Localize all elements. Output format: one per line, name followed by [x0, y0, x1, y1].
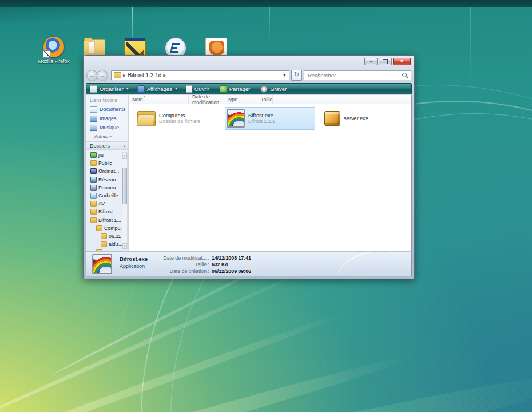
property-label: Date de création :	[155, 268, 209, 274]
favorite-link-icon	[90, 116, 97, 122]
file-icon	[137, 111, 156, 126]
search-icon[interactable]	[402, 72, 408, 79]
command-toolbar: Organiser ▼ Affichages ▼ Ouvrir	[86, 83, 412, 94]
tree-item-icon	[90, 209, 97, 215]
property-value: 14/12/2008 17:41	[212, 255, 251, 261]
desktop-icon[interactable]: Mozilla Firefox	[41, 37, 66, 64]
favorite-link-label: Musique	[100, 125, 119, 130]
toolbar-button-icon	[90, 85, 97, 93]
chevron-icon: ∨	[123, 144, 126, 148]
property-row: Date de création : 06/12/2009 09:06	[155, 268, 251, 275]
column-header[interactable]: Date de modification	[189, 95, 223, 104]
column-header-label: Taille	[261, 97, 272, 102]
navigation-buttons: ← →	[86, 70, 108, 81]
tree-item-label: jiu	[98, 152, 104, 158]
selected-file-icon	[92, 254, 112, 274]
desktop: Mozilla Firefox	[0, 0, 532, 412]
toolbar-button-icon	[186, 85, 192, 93]
maximize-icon	[383, 59, 388, 64]
desktop-icon-image[interactable]	[43, 37, 64, 57]
back-icon: ←	[89, 72, 96, 78]
window-controls: – ×	[364, 58, 411, 65]
wallpaper-streak	[269, 7, 270, 41]
selected-file-kind: Application	[120, 263, 145, 269]
toolbar-button[interactable]: Ouvrir	[186, 85, 212, 93]
toolbar-button-label: Ouvrir	[194, 86, 209, 92]
folders-band-label: Dossiers	[90, 143, 110, 149]
toolbar-button[interactable]: Graver	[260, 85, 289, 93]
favorite-link-label: Images	[100, 116, 117, 121]
tree-item-label: Public	[98, 160, 112, 166]
column-header-label: Nom	[132, 97, 143, 102]
tree-item-icon	[101, 241, 107, 247]
tree-item-label: Ordinat...	[98, 168, 119, 174]
favorite-link-icon	[90, 125, 97, 131]
toolbar-button[interactable]: Affichages ▼	[137, 85, 178, 93]
refresh-icon: ↻	[294, 71, 299, 78]
tree-item-label: Corbeille	[98, 193, 118, 199]
more-links[interactable]: Autres »	[86, 132, 128, 141]
scroll-down-icon[interactable]: ▼	[122, 243, 127, 249]
property-value: 06/12/2009 09:06	[212, 268, 251, 274]
tree-item-icon	[90, 177, 97, 183]
tree-item-icon	[90, 217, 97, 223]
breadcrumb-separator[interactable]: ▶	[163, 73, 166, 78]
toolbar-button-icon	[220, 85, 227, 93]
forward-button[interactable]: →	[97, 70, 108, 81]
tree-item-label: captur...	[104, 249, 122, 251]
scroll-up-icon[interactable]: ▲	[122, 153, 127, 159]
window-content: Liens favoris Documents Images	[86, 95, 412, 251]
toolbar-button-label: Graver	[270, 86, 287, 92]
tree-item-label: 06.11	[109, 233, 121, 239]
toolbar-button[interactable]: Organiser ▼	[90, 85, 129, 93]
tree-item-label: Bifrost	[98, 209, 113, 215]
breadcrumb-separator: ▶	[123, 73, 126, 78]
details-pane-decoration	[333, 251, 410, 276]
tree-scrollbar[interactable]: ▲ ▼	[122, 152, 128, 249]
tree-item-icon	[90, 168, 97, 174]
favorite-link[interactable]: Documents	[86, 105, 128, 114]
property-label: Taille :	[155, 262, 209, 267]
back-button[interactable]: ←	[86, 70, 98, 81]
title-bar[interactable]: – ×	[84, 56, 414, 69]
search-input[interactable]	[307, 72, 402, 79]
minimize-button[interactable]: –	[364, 58, 378, 65]
details-pane: Bifrost.exe Application Date de modifica…	[86, 251, 412, 276]
file-name: server.exe	[344, 116, 368, 121]
wallpaper-streak	[470, 7, 471, 93]
wallpaper-top-band	[0, 0, 532, 7]
favorite-link-icon	[90, 106, 97, 113]
address-bar[interactable]: ▶ Bifrost 1.2.1d ▶ ▼	[111, 70, 289, 80]
file-tile[interactable]: Computers Dossier de fichiers	[136, 107, 221, 130]
search-box[interactable]	[304, 70, 411, 80]
tree-item-icon	[96, 249, 102, 251]
scrollbar-thumb[interactable]	[122, 168, 127, 204]
maximize-button[interactable]	[379, 58, 392, 65]
favorite-link[interactable]: Images	[86, 114, 128, 123]
breadcrumb-path-item[interactable]: Bifrost 1.2.1d	[128, 72, 161, 78]
file-name: Computers	[159, 113, 200, 118]
minimize-icon: –	[370, 59, 372, 64]
column-header[interactable]: Taille	[257, 95, 273, 104]
desktop-icon-label: Mozilla Firefox	[38, 58, 70, 64]
refresh-button[interactable]: ↻	[291, 70, 302, 81]
favorite-link[interactable]: Musique	[86, 123, 128, 132]
file-tile[interactable]: Bifrost.exe Bifrost 1.2.1	[225, 107, 315, 130]
close-button[interactable]: ×	[393, 58, 411, 65]
close-icon: ×	[400, 59, 403, 64]
tree-item-label: aid.r...	[109, 241, 122, 247]
forward-icon: →	[100, 72, 106, 78]
toolbar-button-label: Affichages	[147, 86, 172, 92]
address-dropdown-icon[interactable]: ▼	[283, 73, 287, 77]
folders-band[interactable]: Dossiers ∨	[86, 141, 128, 150]
favorite-links: Documents Images Musique	[86, 105, 128, 132]
favorite-links-title: Liens favoris	[86, 95, 128, 105]
column-header[interactable]: Nom ▴	[129, 95, 189, 104]
tree-item-icon	[90, 152, 97, 158]
column-header[interactable]: Type	[223, 95, 257, 104]
column-header-label: Date de modification	[192, 95, 223, 105]
tree-item-icon	[101, 233, 107, 239]
toolbar-button[interactable]: Partager	[220, 85, 252, 93]
file-tile[interactable]: server.exe	[323, 107, 368, 130]
column-header-label: Type	[227, 97, 237, 102]
